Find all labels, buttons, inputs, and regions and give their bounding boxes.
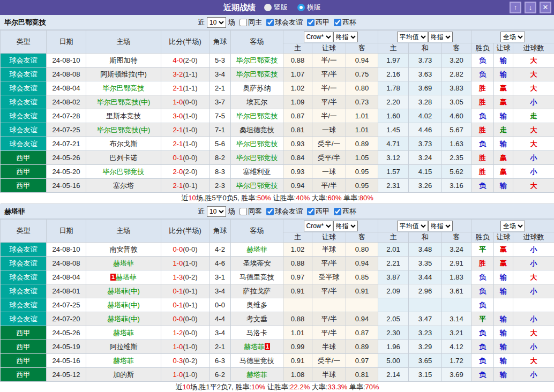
layout-radio-vertical[interactable]: 竖版 <box>264 3 288 12</box>
sub-column-header: 和 <box>409 43 442 54</box>
cell-avg-away: 2.35 <box>442 151 471 165</box>
cell-odds-handicap: 一球 <box>312 123 346 137</box>
cell-odds-home: 1.09 <box>283 95 312 109</box>
cell-result-handicap: 输 <box>494 312 513 326</box>
same-venue-checkbox[interactable] <box>239 208 247 215</box>
bookmaker-select[interactable]: Crow* <box>304 32 333 42</box>
cell-result-goals: 小 <box>513 284 554 298</box>
same-venue-checkbox[interactable] <box>239 19 247 26</box>
summary-label: 大率: <box>310 194 327 202</box>
red-card-badge: 1 <box>110 274 116 281</box>
sub-column-header: 主 <box>283 232 312 243</box>
recent-games-select[interactable]: 10 <box>207 206 226 217</box>
away-team-name: 赫塔菲 <box>246 371 267 379</box>
cell-odds-home: 1.02 <box>283 81 312 95</box>
average-time-select[interactable]: 终指 <box>428 221 453 231</box>
cell-date: 24-07-20 <box>47 312 86 326</box>
cell-match-type: 球会友谊 <box>1 95 47 109</box>
summary-label: 近 <box>181 194 188 202</box>
away-team-name: 毕尔巴鄂竞技 <box>236 56 278 64</box>
cell-date: 24-08-02 <box>47 95 86 109</box>
scope-select[interactable]: 全场 <box>500 221 525 231</box>
cell-away-team: 毕尔巴鄂竞技 <box>231 54 283 67</box>
cell-odds-home: 0.81 <box>283 123 312 137</box>
cell-avg-home: 2.14 <box>378 368 409 382</box>
average-select[interactable]: 平均值 <box>397 32 428 42</box>
away-team-name: 埃瓦尔 <box>246 98 267 106</box>
cell-odds-handicap: 受平/半 <box>312 151 346 165</box>
cell-home-team: 毕尔巴鄂竞技 <box>86 165 161 179</box>
average-time-select[interactable]: 终指 <box>428 32 453 42</box>
cell-result-handicap: 输 <box>494 284 513 298</box>
layout-radio-horizontal[interactable]: 横版 <box>297 3 321 12</box>
odds-time-select[interactable]: 终指 <box>333 221 358 231</box>
bookmaker-select[interactable]: Crow* <box>304 221 333 231</box>
column-header: 日期 <box>47 31 86 54</box>
cell-avg-home: 2.09 <box>378 284 409 298</box>
cell-result-goals: 小 <box>513 257 554 270</box>
cell-odds-away: 1.01 <box>346 123 378 137</box>
cell-result-goals: 大 <box>513 137 554 151</box>
cell-avg-away: 3.16 <box>442 179 471 193</box>
cell-date: 24-08-10 <box>47 243 86 257</box>
cell-avg-draw: 4.02 <box>409 109 442 123</box>
cell-result-goals: 走 <box>513 109 554 123</box>
move-down-button[interactable]: ↓ <box>525 2 536 13</box>
cell-away-team: 考文垂 <box>231 312 283 326</box>
cell-avg-draw: 3.48 <box>409 243 442 257</box>
home-team-name: 赫塔菲(中) <box>107 315 140 323</box>
odds-time-select[interactable]: 终指 <box>333 32 358 42</box>
match-row: 西甲24-05-16赫塔菲0-3(0-2)6-3马德里竞技0.91受半/一0.9… <box>1 354 554 368</box>
summary-label: 单率: <box>347 383 365 391</box>
cell-score: 0-0(0-0) <box>161 312 209 326</box>
league-checkbox-2[interactable] <box>334 19 341 26</box>
up-arrow-icon: ↑ <box>514 3 518 11</box>
cell-corners: 3-4 <box>209 67 231 81</box>
cell-result-wdl: 负 <box>471 270 494 284</box>
match-row: 球会友谊24-08-08赫塔菲1-0(1-0)4-6圣埃蒂安0.88平/半0.9… <box>1 257 554 270</box>
cell-avg-draw: 3.65 <box>409 354 442 368</box>
move-up-button[interactable]: ↑ <box>510 2 521 13</box>
recent-games-select[interactable]: 10 <box>207 17 226 28</box>
league-checkbox-0[interactable] <box>266 19 274 26</box>
match-row: 球会友谊24-08-04毕尔巴鄂竞技2-1(1-1)2-1奥萨苏纳1.02半/一… <box>1 81 554 95</box>
cell-score: 2-1(1-0) <box>161 137 209 151</box>
sub-column-header: 主 <box>378 232 409 243</box>
cell-corners: 3-4 <box>209 284 231 298</box>
cell-result-handicap: 输 <box>494 179 513 193</box>
cell-date: 24-05-16 <box>47 354 86 368</box>
cell-result-handicap: 赢 <box>494 81 513 95</box>
home-team-name: 斯图加特 <box>110 56 138 64</box>
league-checkbox-0[interactable] <box>266 208 274 215</box>
result-group-header: 全场 <box>471 31 554 43</box>
odds-group-header: Crow*终指 <box>283 220 378 232</box>
cell-avg-away: 2.91 <box>442 257 471 270</box>
cell-avg-away: 4.60 <box>442 109 471 123</box>
summary-text: 近10场,胜1平2负7, 胜率:10% 让胜率:22.2% 大率:33.3% 单… <box>1 382 554 392</box>
average-select[interactable]: 平均值 <box>397 221 428 231</box>
half-time-score: (1-1) <box>183 70 197 78</box>
cell-score: 2-1(1-0) <box>161 123 209 137</box>
cell-home-team: 布尔戈斯 <box>86 137 161 151</box>
away-team-name: 马德里竞技 <box>239 357 274 365</box>
near-label: 近 <box>198 18 205 27</box>
cell-avg-home: 2.05 <box>378 312 409 326</box>
cell-result-wdl: 平 <box>471 312 494 326</box>
scope-select[interactable]: 全场 <box>500 32 525 42</box>
cell-avg-home: 2.31 <box>378 179 409 193</box>
league-checkbox-2[interactable] <box>334 208 341 215</box>
close-button[interactable]: ✕ <box>540 2 551 13</box>
league-checkbox-1[interactable] <box>307 208 315 215</box>
away-team-name: 毕尔巴鄂竞技 <box>236 140 278 148</box>
cell-result-wdl: 胜 <box>471 257 494 270</box>
cell-home-team: 毕尔巴鄂竞技 <box>86 81 161 95</box>
half-time-score: (0-1) <box>183 301 197 309</box>
away-team-name: 奥萨苏纳 <box>243 84 271 92</box>
cell-avg-away: 2.82 <box>442 67 471 81</box>
cell-odds-home: 0.99 <box>283 340 312 354</box>
league-checkbox-label: 西杯 <box>342 207 356 216</box>
league-checkbox-1[interactable] <box>307 19 315 26</box>
header-row-groups: 类型日期主场比分(半场)角球客场Crow*终指平均值终指全场 <box>1 220 554 232</box>
sub-column-header: 主 <box>378 43 409 54</box>
cell-date: 24-08-04 <box>47 81 86 95</box>
